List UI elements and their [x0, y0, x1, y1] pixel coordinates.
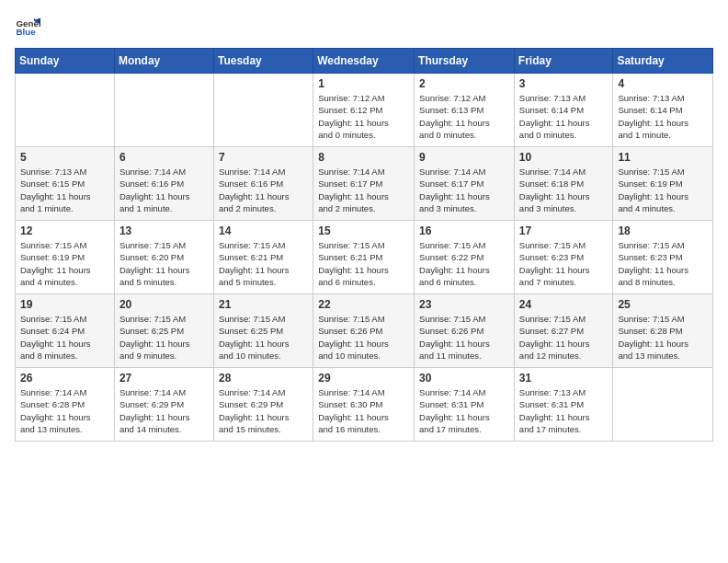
day-number: 19	[20, 298, 109, 311]
day-cell: 30Sunrise: 7:14 AM Sunset: 6:31 PM Dayli…	[415, 368, 515, 442]
day-cell: 22Sunrise: 7:15 AM Sunset: 6:26 PM Dayli…	[313, 294, 415, 368]
day-cell: 17Sunrise: 7:15 AM Sunset: 6:23 PM Dayli…	[514, 221, 613, 294]
col-monday: Monday	[114, 49, 213, 74]
day-number: 20	[119, 298, 209, 311]
day-cell: 4Sunrise: 7:13 AM Sunset: 6:14 PM Daylig…	[613, 74, 713, 147]
day-cell: 16Sunrise: 7:15 AM Sunset: 6:22 PM Dayli…	[415, 221, 515, 294]
col-friday: Friday	[514, 49, 613, 74]
day-number: 21	[219, 298, 308, 311]
day-info: Sunrise: 7:14 AM Sunset: 6:16 PM Dayligh…	[119, 166, 209, 214]
day-number: 22	[318, 298, 409, 311]
day-info: Sunrise: 7:14 AM Sunset: 6:31 PM Dayligh…	[419, 386, 509, 435]
day-cell	[114, 74, 213, 147]
logo: General Blue	[15, 15, 44, 40]
day-cell: 15Sunrise: 7:15 AM Sunset: 6:21 PM Dayli…	[313, 221, 415, 294]
day-number: 18	[618, 224, 708, 237]
day-info: Sunrise: 7:15 AM Sunset: 6:25 PM Dayligh…	[219, 313, 308, 362]
logo-icon: General Blue	[15, 15, 40, 40]
day-number: 30	[419, 372, 509, 385]
col-sunday: Sunday	[16, 49, 115, 74]
day-number: 6	[119, 151, 209, 164]
day-cell: 31Sunrise: 7:13 AM Sunset: 6:31 PM Dayli…	[514, 368, 613, 442]
day-info: Sunrise: 7:15 AM Sunset: 6:28 PM Dayligh…	[618, 313, 708, 362]
day-number: 8	[318, 151, 409, 164]
day-info: Sunrise: 7:15 AM Sunset: 6:21 PM Dayligh…	[219, 239, 308, 288]
day-info: Sunrise: 7:14 AM Sunset: 6:16 PM Dayligh…	[219, 166, 308, 214]
day-number: 11	[618, 151, 708, 164]
day-cell: 28Sunrise: 7:14 AM Sunset: 6:29 PM Dayli…	[213, 368, 313, 442]
day-number: 3	[519, 77, 609, 90]
day-info: Sunrise: 7:14 AM Sunset: 6:18 PM Dayligh…	[519, 166, 609, 214]
day-number: 2	[419, 77, 509, 90]
day-info: Sunrise: 7:14 AM Sunset: 6:17 PM Dayligh…	[318, 166, 409, 214]
day-number: 10	[519, 151, 609, 164]
day-number: 5	[20, 151, 109, 164]
day-info: Sunrise: 7:15 AM Sunset: 6:22 PM Dayligh…	[419, 239, 509, 288]
day-info: Sunrise: 7:13 AM Sunset: 6:15 PM Dayligh…	[20, 166, 109, 214]
day-cell	[213, 74, 313, 147]
day-number: 29	[318, 372, 409, 385]
day-info: Sunrise: 7:15 AM Sunset: 6:23 PM Dayligh…	[618, 239, 708, 288]
week-row-2: 5Sunrise: 7:13 AM Sunset: 6:15 PM Daylig…	[16, 147, 713, 221]
day-cell: 5Sunrise: 7:13 AM Sunset: 6:15 PM Daylig…	[16, 147, 115, 221]
day-cell: 11Sunrise: 7:15 AM Sunset: 6:19 PM Dayli…	[613, 147, 713, 221]
day-info: Sunrise: 7:15 AM Sunset: 6:19 PM Dayligh…	[20, 239, 109, 288]
day-info: Sunrise: 7:15 AM Sunset: 6:26 PM Dayligh…	[318, 313, 409, 362]
day-number: 14	[219, 224, 308, 237]
day-cell: 12Sunrise: 7:15 AM Sunset: 6:19 PM Dayli…	[16, 221, 115, 294]
day-info: Sunrise: 7:15 AM Sunset: 6:26 PM Dayligh…	[419, 313, 509, 362]
day-info: Sunrise: 7:14 AM Sunset: 6:29 PM Dayligh…	[219, 386, 308, 435]
day-cell: 20Sunrise: 7:15 AM Sunset: 6:25 PM Dayli…	[114, 294, 213, 368]
day-info: Sunrise: 7:14 AM Sunset: 6:30 PM Dayligh…	[318, 386, 409, 435]
week-row-1: 1Sunrise: 7:12 AM Sunset: 6:12 PM Daylig…	[16, 74, 713, 147]
day-cell: 26Sunrise: 7:14 AM Sunset: 6:28 PM Dayli…	[16, 368, 115, 442]
col-wednesday: Wednesday	[313, 49, 415, 74]
day-number: 1	[318, 77, 409, 90]
day-info: Sunrise: 7:15 AM Sunset: 6:24 PM Dayligh…	[20, 313, 109, 362]
day-number: 15	[318, 224, 409, 237]
day-info: Sunrise: 7:13 AM Sunset: 6:14 PM Dayligh…	[618, 92, 708, 141]
day-info: Sunrise: 7:13 AM Sunset: 6:31 PM Dayligh…	[519, 386, 609, 435]
day-number: 31	[519, 372, 609, 385]
day-info: Sunrise: 7:14 AM Sunset: 6:28 PM Dayligh…	[20, 386, 109, 435]
col-saturday: Saturday	[613, 49, 713, 74]
day-cell: 23Sunrise: 7:15 AM Sunset: 6:26 PM Dayli…	[415, 294, 515, 368]
day-cell: 13Sunrise: 7:15 AM Sunset: 6:20 PM Dayli…	[114, 221, 213, 294]
day-info: Sunrise: 7:12 AM Sunset: 6:12 PM Dayligh…	[318, 92, 409, 141]
day-info: Sunrise: 7:15 AM Sunset: 6:20 PM Dayligh…	[119, 239, 209, 288]
day-cell: 18Sunrise: 7:15 AM Sunset: 6:23 PM Dayli…	[613, 221, 713, 294]
day-number: 4	[618, 77, 708, 90]
day-number: 26	[20, 372, 109, 385]
header-row: Sunday Monday Tuesday Wednesday Thursday…	[16, 49, 713, 74]
day-cell	[16, 74, 115, 147]
day-info: Sunrise: 7:12 AM Sunset: 6:13 PM Dayligh…	[419, 92, 509, 141]
day-cell: 14Sunrise: 7:15 AM Sunset: 6:21 PM Dayli…	[213, 221, 313, 294]
day-cell: 9Sunrise: 7:14 AM Sunset: 6:17 PM Daylig…	[415, 147, 515, 221]
day-cell: 1Sunrise: 7:12 AM Sunset: 6:12 PM Daylig…	[313, 74, 415, 147]
day-cell: 19Sunrise: 7:15 AM Sunset: 6:24 PM Dayli…	[16, 294, 115, 368]
col-thursday: Thursday	[415, 49, 515, 74]
day-number: 16	[419, 224, 509, 237]
page-header: General Blue	[15, 15, 713, 40]
day-cell: 10Sunrise: 7:14 AM Sunset: 6:18 PM Dayli…	[514, 147, 613, 221]
day-number: 17	[519, 224, 609, 237]
col-tuesday: Tuesday	[213, 49, 313, 74]
day-info: Sunrise: 7:13 AM Sunset: 6:14 PM Dayligh…	[519, 92, 609, 141]
calendar-table: Sunday Monday Tuesday Wednesday Thursday…	[15, 48, 713, 442]
day-number: 27	[119, 372, 209, 385]
day-cell: 2Sunrise: 7:12 AM Sunset: 6:13 PM Daylig…	[415, 74, 515, 147]
day-number: 9	[419, 151, 509, 164]
day-cell: 8Sunrise: 7:14 AM Sunset: 6:17 PM Daylig…	[313, 147, 415, 221]
day-cell: 24Sunrise: 7:15 AM Sunset: 6:27 PM Dayli…	[514, 294, 613, 368]
day-number: 28	[219, 372, 308, 385]
day-info: Sunrise: 7:15 AM Sunset: 6:21 PM Dayligh…	[318, 239, 409, 288]
day-info: Sunrise: 7:15 AM Sunset: 6:23 PM Dayligh…	[519, 239, 609, 288]
day-cell: 3Sunrise: 7:13 AM Sunset: 6:14 PM Daylig…	[514, 74, 613, 147]
day-number: 25	[618, 298, 708, 311]
day-info: Sunrise: 7:15 AM Sunset: 6:25 PM Dayligh…	[119, 313, 209, 362]
day-cell: 27Sunrise: 7:14 AM Sunset: 6:29 PM Dayli…	[114, 368, 213, 442]
week-row-5: 26Sunrise: 7:14 AM Sunset: 6:28 PM Dayli…	[16, 368, 713, 442]
day-cell: 7Sunrise: 7:14 AM Sunset: 6:16 PM Daylig…	[213, 147, 313, 221]
day-info: Sunrise: 7:14 AM Sunset: 6:29 PM Dayligh…	[119, 386, 209, 435]
day-cell	[613, 368, 713, 442]
